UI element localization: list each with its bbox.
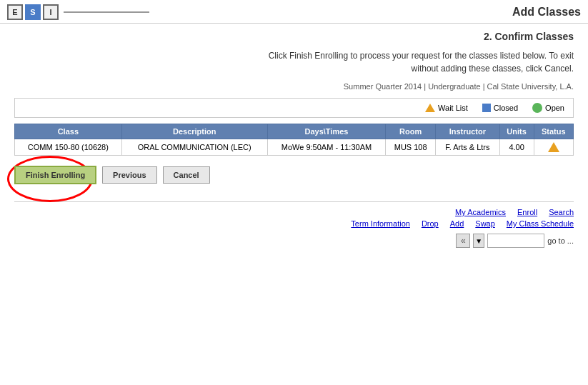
footer-link-term-info[interactable]: Term Information [351, 219, 410, 228]
cell-units: 4.00 [499, 139, 534, 156]
col-units: Units [499, 124, 534, 139]
col-description: Description [121, 124, 267, 139]
col-room: Room [386, 124, 436, 139]
logo-area: E S I [7, 4, 149, 20]
previous-button[interactable]: Previous [102, 166, 156, 184]
footer-link-swap[interactable]: Swap [475, 219, 495, 228]
legend-closed: Closed [482, 104, 518, 112]
goto-label: go to ... [547, 236, 574, 245]
finish-enrolling-button[interactable]: Finish Enrolling [14, 166, 96, 184]
term-info: Summer Quarter 2014 | Undergraduate | Ca… [14, 82, 574, 91]
cell-class: COMM 150-80 (10628) [15, 139, 122, 156]
legend-open: Open [532, 103, 564, 113]
col-status: Status [534, 124, 573, 139]
cell-instructor: F. Arts & Ltrs [436, 139, 499, 156]
waitlist-label: Wait List [438, 104, 468, 112]
legend-box: Wait List Closed Open [14, 98, 574, 118]
buttons-container: Finish Enrolling Previous Cancel [14, 163, 210, 194]
buttons-row: Finish Enrolling Previous Cancel [14, 163, 210, 187]
col-days-times: Days\Times [267, 124, 385, 139]
footer-links: My Academics Enroll Search Term Informat… [14, 201, 574, 248]
goto-input[interactable] [487, 234, 544, 248]
table-header-row: Class Description Days\Times Room Instru… [15, 124, 574, 139]
cell-status [534, 139, 573, 156]
cancel-button[interactable]: Cancel [163, 166, 210, 184]
logo-e: E [7, 4, 23, 20]
waitlist-icon [425, 104, 435, 112]
footer-link-search[interactable]: Search [549, 208, 574, 216]
table-row: COMM 150-80 (10628) ORAL COMMUNICATION (… [15, 139, 574, 156]
footer-bottom-row: Term Information Drop Add Swap My Class … [14, 219, 574, 228]
goto-back-button[interactable]: « [456, 234, 470, 248]
closed-label: Closed [494, 104, 518, 112]
cell-days-times: MoWe 9:50AM - 11:30AM [267, 139, 385, 156]
cell-room: MUS 108 [386, 139, 436, 156]
footer-link-add[interactable]: Add [450, 219, 464, 228]
legend-waitlist: Wait List [425, 104, 468, 112]
top-bar: E S I Add Classes [0, 0, 588, 24]
logo-line [64, 11, 149, 13]
open-icon [532, 103, 542, 113]
footer-top-row: My Academics Enroll Search [14, 208, 574, 216]
col-class: Class [15, 124, 122, 139]
logo-s: S [25, 4, 41, 20]
goto-dropdown[interactable]: ▼ [473, 234, 484, 248]
classes-table: Class Description Days\Times Room Instru… [14, 124, 574, 156]
cell-description: ORAL COMMUNICATION (LEC) [121, 139, 267, 156]
footer-link-my-academics[interactable]: My Academics [455, 208, 506, 216]
goto-bar: « ▼ go to ... [14, 234, 574, 248]
instructions: Click Finish Enrolling to process your r… [14, 49, 574, 75]
main-content: 2. Confirm Classes Click Finish Enrollin… [0, 24, 588, 255]
closed-icon [482, 104, 491, 112]
logo-i: I [43, 4, 59, 20]
footer-link-my-class-schedule[interactable]: My Class Schedule [507, 219, 574, 228]
footer-link-enroll[interactable]: Enroll [517, 208, 537, 216]
section-title: 2. Confirm Classes [14, 31, 574, 42]
footer-link-drop[interactable]: Drop [422, 219, 439, 228]
open-label: Open [545, 104, 564, 112]
col-instructor: Instructor [436, 124, 499, 139]
status-waitlist-icon [548, 142, 559, 152]
page-title: Add Classes [512, 6, 581, 19]
